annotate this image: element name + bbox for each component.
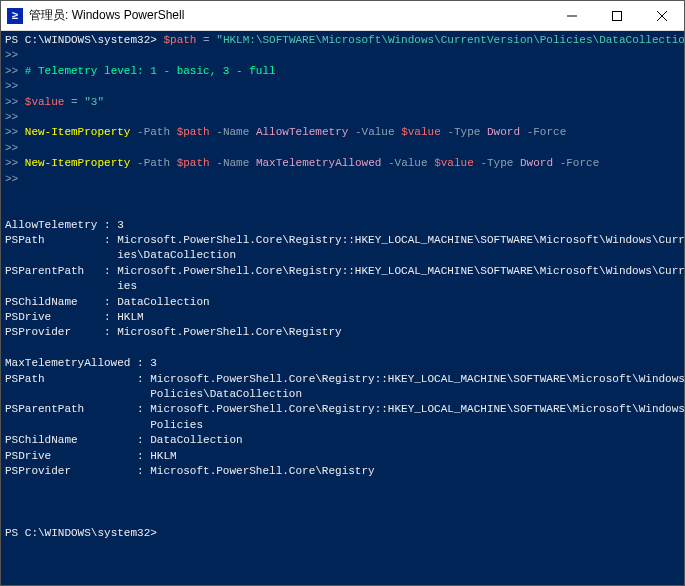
output-line: PSDrive : HKLM [5,450,177,462]
cont-prompt: >> [5,65,18,77]
cont-prompt: >> [5,157,18,169]
powershell-icon [7,8,23,24]
cont-prompt: >> [5,126,18,138]
arg: Dword [487,126,520,138]
prompt-ps: PS [5,527,18,539]
prompt-path: C:\WINDOWS\system32 [25,527,150,539]
param: -Value [388,157,428,169]
prompt-ps: PS [5,34,18,46]
window-controls [549,1,684,30]
output-line: PSChildName : DataCollection [5,296,210,308]
cont-prompt: >> [5,142,18,154]
param: -Force [560,157,600,169]
cont-prompt: >> [5,173,18,185]
arg: $value [401,126,441,138]
val-path: "HKLM:\SOFTWARE\Microsoft\Windows\Curren… [216,34,684,46]
output-line: PSPath : Microsoft.PowerShell.Core\Regis… [5,234,684,246]
titlebar[interactable]: 管理员: Windows PowerShell [1,1,684,31]
svg-rect-1 [612,11,621,20]
comment: # Telemetry level: 1 - basic, 3 - full [25,65,276,77]
cmdlet: New-ItemProperty [25,157,131,169]
window-title: 管理员: Windows PowerShell [29,7,549,24]
var-value: $value [25,96,65,108]
maximize-button[interactable] [594,1,639,30]
prompt-path: C:\WINDOWS\system32 [25,34,150,46]
cont-prompt: >> [5,49,18,61]
cmdlet: New-ItemProperty [25,126,131,138]
output-line: PSDrive : HKLM [5,311,144,323]
cont-prompt: >> [5,96,18,108]
param: -Type [447,126,480,138]
param: -Name [216,126,249,138]
output-line: Policies [5,419,203,431]
arg: $value [434,157,474,169]
param: -Value [355,126,395,138]
output-line: PSChildName : DataCollection [5,434,243,446]
prompt-gt: > [150,34,157,46]
arg: MaxTelemetryAllowed [256,157,381,169]
arg: $path [177,126,210,138]
eq: = [196,34,216,46]
output-line: PSParentPath : Microsoft.PowerShell.Core… [5,403,684,415]
param: -Name [216,157,249,169]
param: -Path [137,126,170,138]
output-line: Policies\DataCollection [5,388,302,400]
cont-prompt: >> [5,80,18,92]
minimize-button[interactable] [549,1,594,30]
output-line: PSProvider : Microsoft.PowerShell.Core\R… [5,465,375,477]
cont-prompt: >> [5,111,18,123]
terminal-body[interactable]: PS C:\WINDOWS\system32> $path = "HKLM:\S… [1,31,684,585]
arg: $path [177,157,210,169]
arg: Dword [520,157,553,169]
powershell-window: 管理员: Windows PowerShell PS C:\WINDOWS\sy… [0,0,685,586]
eq: = [64,96,84,108]
param: -Type [480,157,513,169]
output-line: PSParentPath : Microsoft.PowerShell.Core… [5,265,684,277]
val-value: "3" [84,96,104,108]
var-path: $path [163,34,196,46]
output-line: PSProvider : Microsoft.PowerShell.Core\R… [5,326,342,338]
output-line: ies\DataCollection [5,249,236,261]
arg: AllowTelemetry [256,126,348,138]
param: -Path [137,157,170,169]
param: -Force [527,126,567,138]
output-line: PSPath : Microsoft.PowerShell.Core\Regis… [5,373,684,385]
prompt-gt: > [150,527,157,539]
output-line: ies [5,280,137,292]
output-line: AllowTelemetry : 3 [5,219,124,231]
output-line: MaxTelemetryAllowed : 3 [5,357,157,369]
close-button[interactable] [639,1,684,30]
